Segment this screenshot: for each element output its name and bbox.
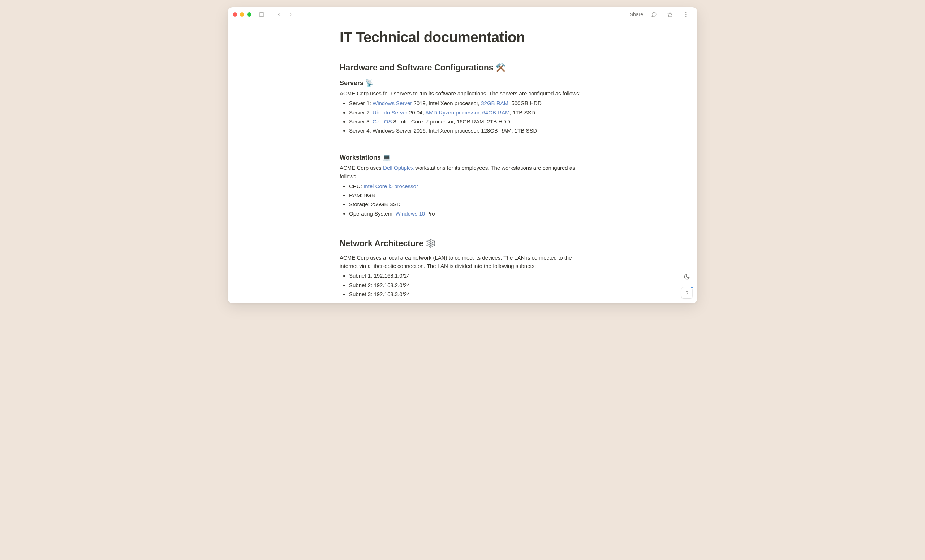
firewall-intro[interactable]: The LAN is protected by a firewall that …	[340, 301, 585, 303]
comments-icon[interactable]	[649, 9, 659, 20]
heading-workstations[interactable]: Workstations 💻	[340, 153, 585, 161]
list-item[interactable]: Server 3: CentOS 8, Intel Core i7 proces…	[349, 117, 585, 126]
text: , 500GB HDD	[508, 100, 542, 106]
subnets-list[interactable]: Subnet 1: 192.168.1.0/24 Subnet 2: 192.1…	[340, 272, 585, 298]
text: CPU:	[349, 183, 363, 189]
nav-back-button[interactable]	[274, 9, 284, 20]
text: Subnet 2: 192.168.2.0/24	[349, 282, 410, 288]
floating-controls: ?	[681, 272, 692, 298]
help-button[interactable]: ?	[681, 287, 692, 298]
moon-icon	[684, 274, 690, 280]
text: Server 3:	[349, 119, 372, 125]
network-intro[interactable]: ACME Corp uses a local area network (LAN…	[340, 254, 585, 270]
svg-marker-2	[667, 12, 672, 17]
svg-point-5	[685, 16, 686, 17]
text: Server 4: Windows Server 2016, Intel Xeo…	[349, 128, 537, 134]
list-item[interactable]: CPU: Intel Core i5 processor	[349, 182, 585, 190]
list-item[interactable]: Server 4: Windows Server 2016, Intel Xeo…	[349, 126, 585, 135]
heading-servers[interactable]: Servers 📡	[340, 79, 585, 87]
text: , 1TB SSD	[509, 110, 535, 116]
link[interactable]: Dell Optiplex	[383, 165, 414, 171]
svg-rect-0	[259, 13, 264, 17]
sidebar-toggle-icon[interactable]	[256, 9, 267, 20]
workstations-list[interactable]: CPU: Intel Core i5 processor RAM: 8GB St…	[340, 182, 585, 218]
help-icon: ?	[685, 290, 688, 296]
svg-point-4	[685, 14, 686, 15]
document-scroll[interactable]: IT Technical documentation Hardware and …	[227, 22, 698, 303]
link[interactable]: Windows 10	[395, 210, 425, 217]
link[interactable]: Ubuntu Server	[372, 110, 408, 116]
link[interactable]: 32GB RAM	[481, 100, 508, 106]
titlebar-left	[233, 9, 295, 20]
text: ACME Corp uses	[340, 165, 383, 171]
titlebar-right: Share	[630, 9, 692, 20]
text: Pro	[425, 210, 435, 217]
nav-forward-button	[285, 9, 295, 20]
text: RAM: 8GB	[349, 192, 375, 198]
list-item[interactable]: Subnet 1: 192.168.1.0/24	[349, 272, 585, 280]
text: Subnet 1: 192.168.1.0/24	[349, 273, 410, 279]
app-window: Share IT Technical documentation Hardwar…	[227, 7, 698, 303]
text: 8, Intel Core i7 processor, 16GB RAM, 2T…	[392, 119, 510, 125]
link[interactable]: CentOS	[372, 119, 392, 125]
list-item[interactable]: Operating System: Windows 10 Pro	[349, 209, 585, 218]
window-controls	[233, 12, 252, 17]
favorite-star-icon[interactable]	[665, 9, 675, 20]
share-button[interactable]: Share	[630, 12, 643, 17]
page-title[interactable]: IT Technical documentation	[340, 29, 585, 45]
text: Server 2:	[349, 110, 372, 116]
list-item[interactable]: Server 1: Windows Server 2019, Intel Xeo…	[349, 99, 585, 107]
workstations-intro[interactable]: ACME Corp uses Dell Optiplex workstation…	[340, 164, 585, 180]
servers-intro[interactable]: ACME Corp uses four servers to run its s…	[340, 89, 585, 98]
servers-list[interactable]: Server 1: Windows Server 2019, Intel Xeo…	[340, 99, 585, 135]
document-body[interactable]: IT Technical documentation Hardware and …	[340, 22, 585, 303]
text: Subnet 3: 192.168.3.0/24	[349, 291, 410, 297]
link[interactable]: Windows Server	[372, 100, 412, 106]
window-maximize-button[interactable]	[247, 12, 252, 17]
heading-network[interactable]: Network Architecture 🕸️	[340, 239, 585, 248]
heading-hw-sw[interactable]: Hardware and Software Configurations ⚒️	[340, 63, 585, 72]
window-minimize-button[interactable]	[240, 12, 244, 17]
notification-dot-icon	[690, 286, 693, 289]
text: Operating System:	[349, 210, 395, 217]
link[interactable]: 64GB RAM	[482, 110, 510, 116]
text: Storage: 256GB SSD	[349, 201, 401, 207]
text: 2019, Intel Xeon processor,	[412, 100, 481, 106]
text: ,	[479, 110, 482, 116]
list-item[interactable]: Subnet 3: 192.168.3.0/24	[349, 290, 585, 298]
titlebar: Share	[227, 7, 698, 22]
text: Server 1:	[349, 100, 372, 106]
list-item[interactable]: RAM: 8GB	[349, 191, 585, 199]
window-close-button[interactable]	[233, 12, 237, 17]
list-item[interactable]: Subnet 2: 192.168.2.0/24	[349, 281, 585, 289]
list-item[interactable]: Storage: 256GB SSD	[349, 200, 585, 208]
dark-mode-toggle[interactable]	[681, 272, 692, 282]
svg-point-3	[685, 12, 686, 13]
link[interactable]: AMD Ryzen processor	[425, 110, 479, 116]
text: 20.04,	[408, 110, 425, 116]
list-item[interactable]: Server 2: Ubuntu Server 20.04, AMD Ryzen…	[349, 108, 585, 117]
history-nav	[274, 9, 295, 20]
more-menu-icon[interactable]	[681, 9, 691, 20]
link[interactable]: Intel Core i5 processor	[363, 183, 418, 189]
